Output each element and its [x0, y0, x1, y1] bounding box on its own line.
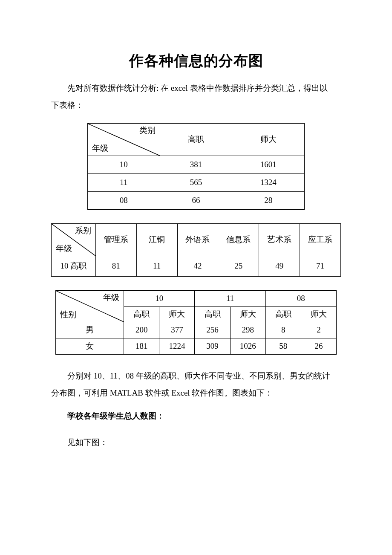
sub-header: 高职: [124, 306, 159, 322]
sub-header: 高职: [195, 306, 230, 322]
cell: 181: [124, 338, 159, 354]
page-title: 作各种信息的分布图: [51, 47, 341, 75]
col-header: 高职: [160, 123, 232, 156]
table-header-row: 类别 年级 高职 师大: [88, 123, 305, 156]
cell: 49: [259, 256, 300, 276]
intro-paragraph: 先对所有数据作统计分析: 在 excel 表格中作数据排序并分类汇总，得出以: [51, 81, 341, 96]
cell: 26: [301, 338, 336, 354]
cell: 565: [160, 173, 232, 191]
cell: 377: [159, 322, 195, 338]
cell: 81: [95, 256, 136, 276]
diag-top-label: 系别: [75, 225, 91, 236]
diag-bottom-label: 年级: [92, 143, 108, 154]
group-header: 11: [195, 290, 265, 306]
cell: 42: [177, 256, 218, 276]
diag-header: 系别 年级: [52, 223, 96, 256]
col-header: 师大: [232, 123, 305, 156]
diag-top-label: 年级: [103, 292, 119, 303]
row-label: 10 高职: [52, 256, 96, 276]
sub-header: 师大: [301, 306, 336, 322]
intro-text-1: 先对所有数据作统计分析: 在 excel 表格中作数据排序并分类汇总，得出以: [67, 84, 328, 92]
col-header: 江铜: [136, 223, 177, 256]
table-department-grade: 系别 年级 管理系 江铜 外语系 信息系 艺术系 应工系 10 高职 81 11…: [51, 223, 341, 277]
row-label: 女: [56, 338, 124, 354]
table-row: 女 181 1224 309 1026 58 26: [56, 338, 337, 354]
row-label: 10: [88, 156, 160, 173]
cell: 200: [124, 322, 159, 338]
table-row: 10 高职 81 11 42 25 49 71: [52, 256, 341, 276]
cell: 8: [265, 322, 301, 338]
row-label: 08: [88, 191, 160, 209]
cell: 381: [160, 156, 232, 173]
cell: 1601: [232, 156, 305, 173]
table-header-row: 系别 年级 管理系 江铜 外语系 信息系 艺术系 应工系: [52, 223, 341, 256]
cell: 25: [218, 256, 259, 276]
table-row: 男 200 377 256 298 8 2: [56, 322, 337, 338]
cell: 1324: [232, 173, 305, 191]
see-below: 见如下图：: [51, 435, 341, 450]
diag-header: 类别 年级: [88, 123, 160, 156]
col-header: 应工系: [300, 223, 341, 256]
diag-bottom-label: 性别: [60, 309, 76, 320]
cell: 58: [265, 338, 301, 354]
col-header: 外语系: [177, 223, 218, 256]
table-row: 11 565 1324: [88, 173, 305, 191]
mid-text-1: 分别对 10、11、08 年级的高职、师大作不同专业、不同系别、男女的统计: [67, 371, 330, 380]
mid-text-2: 分布图，可利用 MATLAB 软件或 Excel 软件作图。图表如下：: [51, 388, 273, 397]
cell: 1224: [159, 338, 195, 354]
intro-paragraph-cont: 下表格：: [51, 98, 341, 113]
intro-text-2: 下表格：: [51, 101, 84, 110]
group-header: 10: [124, 290, 195, 306]
cell: 71: [300, 256, 341, 276]
group-header: 08: [265, 290, 336, 306]
table-gender-grade: 年级 性别 10 11 08 高职 师大 高职 师大 高职 师大 男 200 3…: [55, 290, 337, 355]
cell: 2: [301, 322, 336, 338]
cell: 309: [195, 338, 230, 354]
cell: 11: [136, 256, 177, 276]
col-header: 管理系: [95, 223, 136, 256]
cell: 28: [232, 191, 305, 209]
row-label: 11: [88, 173, 160, 191]
col-header: 信息系: [218, 223, 259, 256]
table-category-grade: 类别 年级 高职 师大 10 381 1601 11 565 1324 08 6…: [87, 123, 305, 210]
sub-header: 师大: [230, 306, 265, 322]
sub-header: 师大: [159, 306, 195, 322]
diag-top-label: 类别: [139, 125, 156, 136]
table-header-row: 年级 性别 10 11 08: [56, 290, 337, 306]
row-label: 男: [56, 322, 124, 338]
diag-header: 年级 性别: [56, 290, 124, 322]
table-row: 10 381 1601: [88, 156, 305, 173]
cell: 66: [160, 191, 232, 209]
col-header: 艺术系: [259, 223, 300, 256]
table-row: 08 66 28: [88, 191, 305, 209]
cell: 298: [230, 322, 265, 338]
diag-bottom-label: 年级: [56, 243, 72, 254]
sub-header: 高职: [265, 306, 301, 322]
mid-paragraph: 分别对 10、11、08 年级的高职、师大作不同专业、不同系别、男女的统计: [51, 368, 341, 384]
cell: 1026: [230, 338, 265, 354]
cell: 256: [195, 322, 230, 338]
mid-paragraph-cont: 分布图，可利用 MATLAB 软件或 Excel 软件作图。图表如下：: [51, 385, 341, 401]
section-heading: 学校各年级学生总人数图：: [51, 408, 341, 424]
